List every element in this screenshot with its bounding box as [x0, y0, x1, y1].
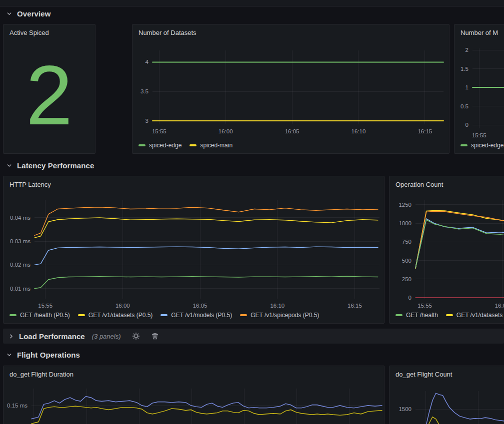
legend-item[interactable]: GET /v1/datasets (P0.5)	[78, 312, 153, 319]
section-title: Overview	[17, 9, 51, 18]
section-title: Latency Performance	[17, 161, 94, 170]
operation-count-chart[interactable]: 15:5516:0016:05025050075010001250	[390, 176, 504, 324]
section-header-load-performance[interactable]: Load Performance (3 panels)	[3, 329, 504, 344]
panel-do-get-flight-count: do_get Flight Count 1500	[389, 366, 504, 424]
section-title: Flight Operations	[17, 351, 80, 359]
svg-text:0: 0	[466, 122, 468, 128]
svg-text:0.5: 0.5	[460, 103, 468, 109]
svg-text:1000: 1000	[398, 220, 412, 226]
panel-number-of-models: Number of M 15:5516:0000.511.52 spiced-e…	[454, 24, 504, 154]
chart-legend: GET /healthGET /v1/datasets	[396, 312, 502, 319]
chart-legend: GET /health (P0.5)GET /v1/datasets (P0.5…	[10, 312, 319, 319]
svg-text:16:05: 16:05	[193, 303, 208, 309]
legend-label: GET /v1/datasets (P0.5)	[88, 312, 153, 319]
panel-title[interactable]: do_get Flight Duration	[4, 366, 384, 378]
svg-text:1500: 1500	[398, 406, 412, 412]
chevron-down-icon	[6, 10, 12, 17]
legend-label: GET /health (P0.5)	[20, 312, 70, 319]
panel-active-spiced: Active Spiced 2	[3, 24, 96, 154]
svg-text:0.03 ms: 0.03 ms	[10, 238, 30, 244]
svg-text:3: 3	[146, 118, 148, 124]
svg-text:15:55: 15:55	[418, 303, 432, 309]
svg-text:16:10: 16:10	[352, 128, 366, 134]
http-latency-chart[interactable]: 15:5516:0016:0516:1016:150.01 ms0.02 ms0…	[4, 176, 384, 324]
panel-title[interactable]: Number of M	[454, 24, 504, 36]
panel-http-latency: HTTP Latency 15:5516:0016:0516:1016:150.…	[3, 176, 384, 324]
svg-text:1.5: 1.5	[460, 66, 468, 72]
legend-swatch	[396, 314, 402, 316]
panel-title[interactable]: HTTP Latency	[4, 176, 384, 188]
legend-swatch	[240, 314, 247, 316]
svg-text:500: 500	[402, 258, 412, 264]
svg-text:0.15 ms: 0.15 ms	[7, 403, 28, 409]
legend-swatch	[460, 144, 468, 146]
svg-text:15:55: 15:55	[152, 128, 166, 134]
top-nav-strip	[0, 0, 504, 6]
legend-item[interactable]: GET /health (P0.5)	[10, 312, 70, 319]
legend-item[interactable]: GET /v1/models (P0.5)	[160, 312, 232, 319]
svg-text:250: 250	[402, 276, 412, 282]
chevron-right-icon	[8, 333, 14, 340]
legend-swatch	[190, 144, 196, 146]
legend-label: GET /v1/models (P0.5)	[171, 312, 232, 319]
trash-icon[interactable]	[151, 332, 159, 340]
legend-item[interactable]: GET /health	[396, 312, 438, 319]
svg-text:4: 4	[146, 59, 149, 65]
section-header-latency-performance[interactable]: Latency Performance	[6, 159, 94, 171]
panel-title[interactable]: Operation Count	[390, 176, 504, 188]
section-header-overview[interactable]: Overview	[6, 7, 51, 19]
svg-text:16:00: 16:00	[218, 128, 233, 134]
svg-text:0.02 ms: 0.02 ms	[10, 262, 30, 268]
chart-legend: spiced-edge	[460, 142, 504, 149]
chevron-down-icon	[6, 352, 12, 358]
svg-text:16:05: 16:05	[285, 128, 300, 134]
legend-item[interactable]: GET /v1/datasets	[446, 312, 503, 319]
svg-text:3.5: 3.5	[140, 88, 148, 94]
panel-operation-count: Operation Count 15:5516:0016:05025050075…	[389, 176, 504, 324]
legend-item[interactable]: spiced-edge	[460, 142, 504, 149]
legend-label: GET /v1/datasets	[456, 312, 503, 319]
svg-text:16:00: 16:00	[495, 303, 504, 309]
svg-text:16:15: 16:15	[418, 128, 432, 134]
svg-text:16:00: 16:00	[116, 303, 130, 309]
svg-text:15:55: 15:55	[38, 303, 52, 309]
svg-text:0.04 ms: 0.04 ms	[10, 215, 30, 221]
panel-title[interactable]: Number of Datasets	[132, 24, 449, 36]
legend-label: GET /health	[406, 312, 438, 319]
svg-text:0.01 ms: 0.01 ms	[10, 286, 30, 292]
legend-swatch	[78, 314, 85, 316]
legend-swatch	[10, 314, 16, 316]
chevron-down-icon	[6, 162, 12, 169]
legend-swatch	[160, 314, 168, 316]
datasets-chart[interactable]: 15:5516:0016:0516:1016:1533.54	[132, 24, 450, 154]
svg-text:2: 2	[466, 47, 468, 53]
stat-value: 2	[4, 37, 95, 153]
panel-number-of-datasets: Number of Datasets 15:5516:0016:0516:101…	[132, 24, 450, 154]
chart-legend: spiced-edgespiced-main	[138, 142, 232, 149]
legend-swatch	[446, 314, 453, 316]
gear-icon[interactable]	[132, 332, 140, 340]
svg-text:16:15: 16:15	[348, 303, 362, 309]
legend-label: GET /v1/spicepods (P0.5)	[250, 312, 319, 319]
panel-do-get-flight-duration: do_get Flight Duration 0.15 ms	[3, 366, 384, 424]
legend-label: spiced-main	[200, 142, 232, 149]
legend-item[interactable]: GET /v1/spicepods (P0.5)	[240, 312, 319, 319]
legend-label: spiced-edge	[149, 142, 182, 149]
panel-title[interactable]: Active Spiced	[4, 24, 95, 36]
legend-swatch	[138, 144, 146, 146]
svg-text:16:10: 16:10	[270, 303, 284, 309]
svg-text:1: 1	[466, 84, 468, 90]
svg-text:0: 0	[408, 295, 412, 301]
panel-title[interactable]: do_get Flight Count	[390, 366, 504, 378]
panel-count-label: (3 panels)	[92, 333, 121, 340]
svg-text:750: 750	[402, 239, 412, 245]
legend-label: spiced-edge	[471, 142, 504, 149]
section-header-flight-operations[interactable]: Flight Operations	[6, 349, 80, 361]
legend-item[interactable]: spiced-main	[190, 142, 232, 149]
grafana-dashboard: { "window": { "bg": "#111217", "topbar_b…	[0, 0, 504, 424]
svg-text:15:55: 15:55	[472, 132, 486, 138]
section-title: Load Performance	[19, 332, 85, 341]
legend-item[interactable]: spiced-edge	[138, 142, 182, 149]
models-chart[interactable]: 15:5516:0000.511.52	[454, 24, 504, 154]
svg-text:1250: 1250	[398, 202, 412, 208]
